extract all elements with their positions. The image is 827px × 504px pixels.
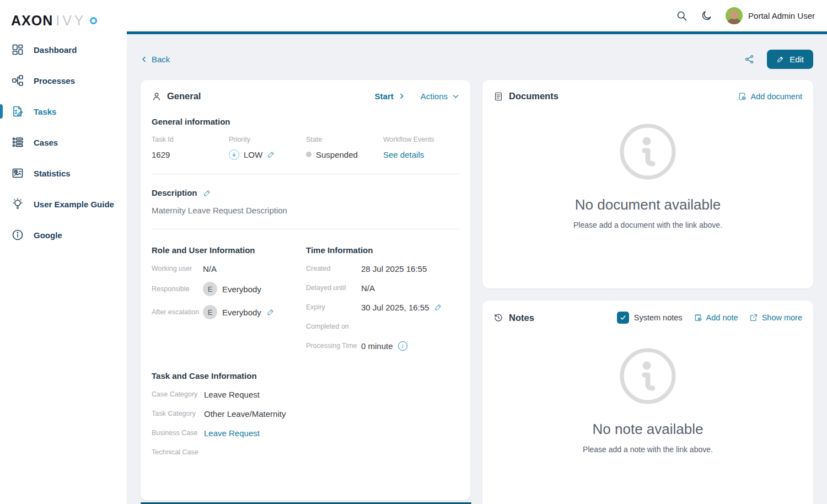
processing-time-value: 0 minute xyxy=(361,341,393,351)
system-notes-label: System notes xyxy=(634,313,683,322)
user-avatar xyxy=(726,7,743,24)
working-user-row: Working user N/A xyxy=(152,263,306,274)
edit-label: Edit xyxy=(790,55,804,64)
technical-case-label: Technical Case xyxy=(152,448,204,456)
show-more-button[interactable]: Show more xyxy=(749,313,802,322)
notes-card-title: Notes xyxy=(509,313,534,323)
pencil-icon xyxy=(267,150,276,159)
sidebar-item-user-example-guide[interactable]: User Example Guide xyxy=(0,189,127,219)
state-field: State Suspended xyxy=(306,136,383,160)
sidebar-nav: Dashboard Processes Tasks Cases Statisti… xyxy=(0,34,127,250)
cases-icon xyxy=(11,136,24,149)
moon-icon xyxy=(701,10,712,22)
task-id-value: 1629 xyxy=(152,150,170,159)
sidebar-item-cases[interactable]: Cases xyxy=(0,127,127,158)
task-category-row: Task Category Other Leave/Maternity xyxy=(152,408,459,419)
edit-expiry-button[interactable] xyxy=(434,303,443,312)
working-user-value: N/A xyxy=(203,264,217,274)
workflow-events-field: Workflow Events See details xyxy=(383,136,459,160)
back-button[interactable]: Back xyxy=(141,55,170,64)
task-category-label: Task Category xyxy=(152,410,204,417)
delayed-until-row: Delayed until N/A xyxy=(306,282,459,293)
case-category-value: Leave Request xyxy=(204,390,260,399)
priority-field: Priority LOW xyxy=(229,136,306,160)
after-escalation-label: After escalation xyxy=(152,308,203,316)
active-indicator xyxy=(0,104,3,119)
responsible-row: Responsible E Everybody xyxy=(152,281,306,297)
chevron-down-icon xyxy=(452,93,459,100)
statistics-icon xyxy=(11,167,24,180)
processing-time-row: Processing Time 0 minute i xyxy=(306,340,459,351)
search-button[interactable] xyxy=(676,10,688,22)
add-document-button[interactable]: Add document xyxy=(738,92,802,101)
show-more-label: Show more xyxy=(762,313,802,322)
checkbox-checked-icon xyxy=(617,312,629,324)
completed-on-label: Completed on xyxy=(306,323,361,330)
system-notes-toggle[interactable]: System notes xyxy=(617,312,683,324)
share-button[interactable] xyxy=(744,54,755,65)
sidebar-item-label: User Example Guide xyxy=(34,200,114,209)
after-escalation-avatar: E xyxy=(203,305,217,319)
note-plus-icon xyxy=(694,313,702,322)
sidebar: AXON IVY Dashboard Processes Tasks Cases xyxy=(0,0,127,504)
notes-empty-hint: Please add a note with the link above. xyxy=(583,445,713,454)
responsible-avatar: E xyxy=(203,282,217,296)
sidebar-item-google[interactable]: Google xyxy=(0,219,127,250)
case-category-row: Case Category Leave Request xyxy=(152,389,459,400)
after-escalation-value: Everybody xyxy=(222,308,261,317)
sidebar-item-dashboard[interactable]: Dashboard xyxy=(0,34,127,65)
notes-empty-title: No note available xyxy=(593,421,704,438)
business-case-link[interactable]: Leave Request xyxy=(204,428,260,438)
pencil-icon xyxy=(434,303,443,312)
pencil-icon xyxy=(266,308,275,317)
general-card: General Start Actions General informatio… xyxy=(141,80,470,500)
actions-label: Actions xyxy=(421,92,448,101)
add-note-label: Add note xyxy=(706,313,738,322)
edit-priority-button[interactable] xyxy=(267,150,276,159)
start-task-button[interactable]: Start xyxy=(375,92,405,101)
documents-card: Documents Add document No document avail… xyxy=(482,80,813,288)
task-category-value: Other Leave/Maternity xyxy=(204,409,286,419)
general-information-title: General information xyxy=(152,117,459,126)
see-details-link[interactable]: See details xyxy=(383,150,424,159)
business-case-row: Business Case Leave Request xyxy=(152,427,459,438)
priority-low-icon xyxy=(229,149,239,160)
sidebar-item-statistics[interactable]: Statistics xyxy=(0,158,127,189)
state-value: Suspended xyxy=(316,150,358,159)
sidebar-item-processes[interactable]: Processes xyxy=(0,65,127,96)
logo-text-ivy: IVY xyxy=(56,13,86,29)
description-title: Description xyxy=(152,188,197,197)
add-note-button[interactable]: Add note xyxy=(694,313,738,322)
sidebar-item-label: Google xyxy=(34,230,62,240)
logo-ring-icon xyxy=(90,17,97,24)
workflow-events-label: Workflow Events xyxy=(383,136,459,143)
sidebar-item-label: Dashboard xyxy=(34,45,77,55)
user-menu[interactable]: Portal Admin User xyxy=(726,7,815,24)
history-icon xyxy=(493,313,503,323)
time-information-title: Time Information xyxy=(306,245,459,255)
documents-empty-title: No document available xyxy=(575,196,721,213)
actions-menu-button[interactable]: Actions xyxy=(421,92,459,101)
divider xyxy=(152,174,459,174)
sidebar-item-tasks[interactable]: Tasks xyxy=(0,96,127,127)
edit-description-button[interactable] xyxy=(203,189,212,197)
document-plus-icon xyxy=(738,92,747,101)
axonivy-logo: AXON IVY xyxy=(0,0,127,32)
edit-button[interactable]: Edit xyxy=(767,50,813,69)
sidebar-item-label: Statistics xyxy=(34,169,71,178)
external-link-icon xyxy=(749,313,758,322)
created-label: Created xyxy=(306,265,361,272)
created-row: Created 28 Jul 2025 16:55 xyxy=(306,263,459,274)
sidebar-item-label: Processes xyxy=(34,76,75,85)
processing-time-info-icon[interactable]: i xyxy=(398,341,407,351)
processes-icon xyxy=(11,74,24,87)
lightbulb-icon xyxy=(11,197,24,211)
dark-mode-toggle[interactable] xyxy=(701,10,712,22)
pencil-icon xyxy=(776,55,785,63)
task-id-label: Task Id xyxy=(152,136,229,143)
sidebar-item-label: Cases xyxy=(34,138,58,147)
time-information-section: Time Information Created 28 Jul 2025 16:… xyxy=(306,245,459,351)
empty-info-icon xyxy=(617,121,678,182)
edit-escalation-button[interactable] xyxy=(266,308,275,317)
general-card-title: General xyxy=(167,91,201,101)
